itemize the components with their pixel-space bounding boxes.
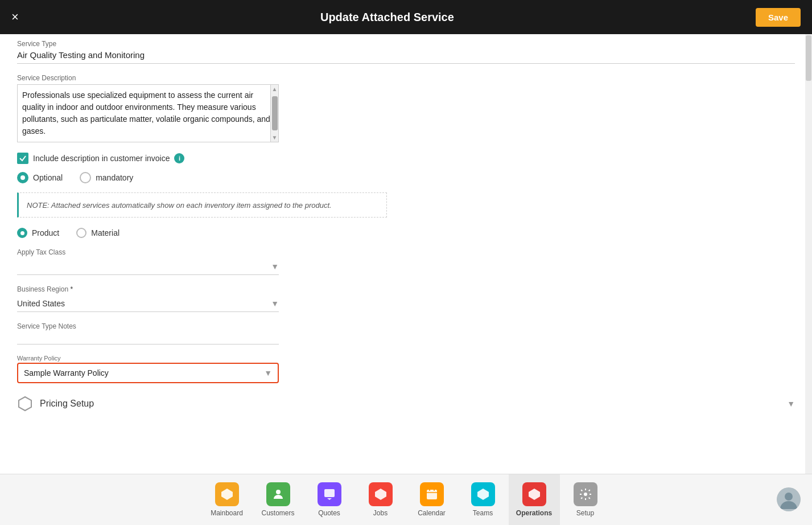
quotes-icon <box>318 482 341 506</box>
main-content: Service Type Air Quality Testing and Mon… <box>0 34 812 474</box>
sidebar-item-jobs[interactable]: Jobs <box>355 474 406 526</box>
apply-tax-class-field: Apply Tax Class ▼ <box>17 248 795 275</box>
svg-marker-4 <box>375 489 386 500</box>
svg-point-13 <box>785 493 793 501</box>
scroll-thumb <box>272 96 278 130</box>
material-label: Material <box>91 228 119 237</box>
include-description-row: Include description in customer invoice … <box>17 153 795 164</box>
save-button[interactable]: Save <box>756 8 801 27</box>
service-description-field: Service Description Professionals use sp… <box>17 74 795 142</box>
product-radio[interactable] <box>17 228 27 238</box>
sidebar-item-calendar[interactable]: Calendar <box>406 474 457 526</box>
sidebar-item-customers[interactable]: Customers <box>253 474 304 526</box>
jobs-label: Jobs <box>373 509 388 517</box>
note-text: NOTE: Attached services automatically sh… <box>27 201 332 210</box>
bottom-nav: Mainboard Customers Quotes Jobs Calendar… <box>0 474 812 525</box>
apply-tax-class-dropdown[interactable]: ▼ <box>17 259 279 275</box>
svg-marker-1 <box>221 489 233 500</box>
business-region-value: United States <box>17 299 271 308</box>
svg-marker-9 <box>477 489 489 500</box>
info-icon[interactable]: i <box>174 153 184 163</box>
setup-icon <box>574 482 597 506</box>
pricing-setup-icon <box>17 396 33 412</box>
calendar-icon <box>420 482 444 506</box>
customers-icon <box>266 482 290 506</box>
mainboard-label: Mainboard <box>211 509 243 517</box>
description-scrollbar[interactable]: ▲ ▼ <box>270 85 278 142</box>
teams-icon <box>471 482 495 506</box>
jobs-icon <box>369 482 393 506</box>
customers-label: Customers <box>261 509 294 517</box>
apply-tax-class-label: Apply Tax Class <box>17 248 795 256</box>
service-type-value: Air Quality Testing and Monitoring <box>17 50 795 64</box>
svg-rect-5 <box>427 490 437 499</box>
page-title: Update Attached Service <box>19 11 756 24</box>
header: × Update Attached Service Save <box>0 0 812 34</box>
pricing-setup-row[interactable]: Pricing Setup ▼ <box>17 396 795 412</box>
service-type-notes-field: Service Type Notes <box>17 322 795 344</box>
optional-radio[interactable] <box>17 172 28 183</box>
operations-icon <box>522 482 546 506</box>
include-description-checkbox[interactable] <box>17 153 28 164</box>
svg-rect-8 <box>434 489 435 491</box>
setup-label: Setup <box>576 509 594 517</box>
material-radio[interactable] <box>76 228 86 238</box>
svg-point-11 <box>584 493 587 496</box>
product-material-row: Product Material <box>17 228 795 238</box>
sidebar-item-operations[interactable]: Operations <box>509 474 560 526</box>
description-text: Professionals use specialized equipment … <box>18 85 278 142</box>
warranty-policy-dropdown[interactable]: Sample Warranty Policy ▼ <box>17 363 279 383</box>
warranty-policy-field: Warranty Policy Sample Warranty Policy ▼ <box>17 355 795 383</box>
business-region-field: Business Region United States ▼ <box>17 285 795 312</box>
sidebar-item-setup[interactable]: Setup <box>560 474 611 526</box>
sidebar-item-mainboard[interactable]: Mainboard <box>201 474 253 526</box>
calendar-label: Calendar <box>418 509 446 517</box>
note-box: NOTE: Attached services automatically sh… <box>17 192 387 218</box>
scroll-up-arrow[interactable]: ▲ <box>272 86 278 92</box>
main-scroll-thumb <box>806 35 811 81</box>
scroll-down-arrow[interactable]: ▼ <box>272 134 278 141</box>
mainboard-icon <box>215 482 239 506</box>
pricing-setup-label: Pricing Setup <box>40 399 94 409</box>
product-label: Product <box>32 228 59 237</box>
pricing-chevron-icon: ▼ <box>787 399 795 408</box>
service-type-notes-label: Service Type Notes <box>17 322 795 330</box>
teams-label: Teams <box>473 509 493 517</box>
svg-rect-3 <box>324 489 335 497</box>
material-radio-item[interactable]: Material <box>76 228 119 238</box>
warranty-arrow-icon: ▼ <box>264 368 272 378</box>
service-description-label: Service Description <box>17 74 795 82</box>
warranty-policy-label: Warranty Policy <box>17 355 795 362</box>
optional-label: Optional <box>33 173 63 182</box>
sidebar-item-teams[interactable]: Teams <box>457 474 509 526</box>
optional-mandatory-row: Optional mandatory <box>17 172 795 183</box>
service-type-notes-input[interactable] <box>17 333 279 344</box>
business-region-label: Business Region <box>17 285 795 293</box>
svg-marker-10 <box>529 489 540 500</box>
close-button[interactable]: × <box>11 11 19 23</box>
product-radio-item[interactable]: Product <box>17 228 59 238</box>
optional-radio-item[interactable]: Optional <box>17 172 63 183</box>
business-region-arrow-icon: ▼ <box>271 299 279 308</box>
quotes-label: Quotes <box>318 509 340 517</box>
mandatory-radio[interactable] <box>80 172 91 183</box>
svg-point-2 <box>276 490 281 494</box>
main-scrollbar[interactable] <box>805 34 812 474</box>
business-region-dropdown[interactable]: United States ▼ <box>17 296 279 312</box>
warranty-policy-value: Sample Warranty Policy <box>24 368 264 378</box>
svg-marker-0 <box>19 397 31 411</box>
service-type-field: Service Type Air Quality Testing and Mon… <box>17 34 795 64</box>
service-type-label: Service Type <box>17 40 795 48</box>
operations-label: Operations <box>516 509 552 517</box>
avatar[interactable] <box>777 487 801 511</box>
include-description-label: Include description in customer invoice <box>33 154 170 163</box>
mandatory-radio-item[interactable]: mandatory <box>80 172 133 183</box>
tax-class-arrow-icon: ▼ <box>271 262 279 271</box>
description-wrapper: Professionals use specialized equipment … <box>17 84 279 142</box>
mandatory-label: mandatory <box>96 173 133 182</box>
svg-rect-7 <box>429 489 430 491</box>
sidebar-item-quotes[interactable]: Quotes <box>304 474 355 526</box>
